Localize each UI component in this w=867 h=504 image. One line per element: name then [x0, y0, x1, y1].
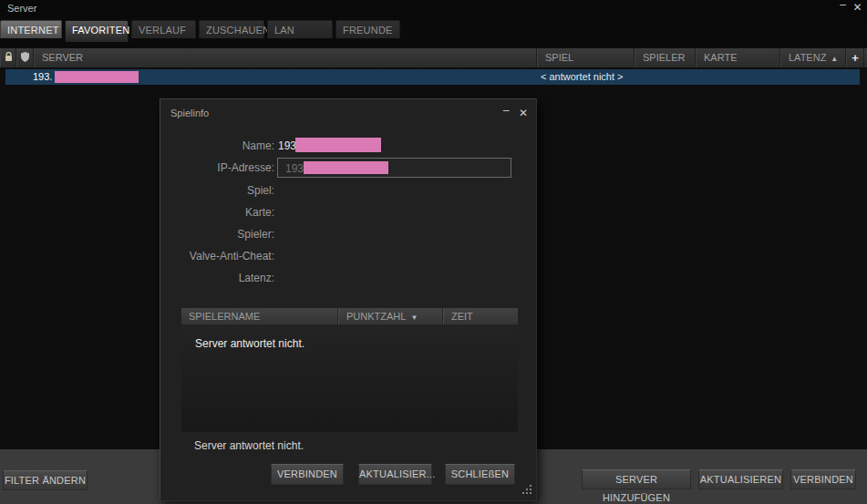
field-label-latenz: Latenz: [160, 272, 274, 284]
field-label-ip: IP-Adresse: [160, 161, 274, 174]
tab-lan[interactable]: LAN [267, 20, 333, 38]
shield-icon [21, 53, 29, 64]
refresh-button[interactable]: AKTUALISIEREN [698, 469, 783, 489]
redacted-server-name [55, 71, 139, 83]
field-label-spiel: Spiel: [160, 184, 274, 197]
dialog-close-button[interactable]: ✕ [517, 107, 530, 119]
players-column-time[interactable]: ZEIT [443, 308, 518, 324]
lock-icon [5, 53, 13, 64]
add-server-button[interactable]: SERVER HINZUFÜGEN [582, 469, 691, 489]
add-column-button[interactable]: + [846, 48, 864, 67]
resize-grip[interactable] [522, 485, 524, 487]
server-name-prefix: 193. [33, 69, 52, 85]
dialog-refresh-button[interactable]: AKTUALISIER... [358, 464, 432, 485]
players-empty-message: Server antwortet nicht. [195, 337, 304, 350]
server-row-status: < antwortet nicht > [541, 69, 624, 85]
field-label-spieler: Spieler: [160, 228, 274, 241]
tab-zuschauen[interactable]: ZUSCHAUEN [199, 20, 264, 38]
field-label-name: Name: [160, 139, 274, 152]
spielinfo-dialog: Spielinfo – ✕ Name: 193. IP-Adresse: 193… [160, 98, 537, 501]
server-list-header: SERVER SPIEL SPIELER KARTE LATENZ▲ + [0, 48, 867, 67]
column-server[interactable]: SERVER [34, 48, 537, 67]
tab-favoriten[interactable]: FAVORITEN [65, 20, 129, 42]
players-column-name[interactable]: SPIELERNAME [181, 308, 338, 324]
field-label-karte: Karte: [160, 206, 274, 219]
window-close-button[interactable]: ✕ [851, 1, 864, 15]
tab-internet[interactable]: INTERNET [0, 20, 62, 38]
field-label-vac: Valve-Anti-Cheat: [160, 250, 274, 262]
connect-button[interactable]: VERBINDEN [790, 469, 856, 489]
tab-verlauf[interactable]: VERLAUF [131, 20, 196, 38]
dialog-connect-button[interactable]: VERBINDEN [271, 464, 344, 485]
column-latenz[interactable]: LATENZ▲ [780, 48, 846, 67]
players-table-header: SPIELERNAME PUNKTZAHL▼ ZEIT [181, 308, 518, 324]
redacted-ip-value [304, 161, 388, 174]
sort-ascending-icon: ▲ [831, 55, 838, 63]
filter-button[interactable]: FILTER ÄNDERN [3, 470, 88, 490]
players-column-score-label: PUNKTZAHL [346, 311, 406, 322]
column-vac[interactable] [16, 48, 34, 67]
window-titlebar: Server – ✕ [0, 0, 867, 17]
ip-address-input[interactable]: 193. [277, 158, 511, 178]
dialog-status-message: Server antwortet nicht. [194, 439, 304, 452]
dialog-close-action-button[interactable]: SCHLIEßEN [445, 464, 515, 485]
dialog-minimize-button[interactable]: – [500, 104, 512, 117]
window-title: Server [7, 3, 36, 14]
players-column-score[interactable]: PUNKTZAHL▼ [338, 308, 443, 324]
column-karte[interactable]: KARTE [696, 48, 780, 67]
column-spiel[interactable]: SPIEL [537, 48, 635, 67]
column-spieler[interactable]: SPIELER [635, 48, 696, 67]
players-table-body: Server antwortet nicht. [181, 324, 518, 432]
sort-descending-icon: ▼ [410, 314, 418, 322]
dialog-title: Spielinfo [170, 108, 209, 118]
window-minimize-button[interactable]: – [836, 0, 850, 12]
column-latenz-label: LATENZ [789, 52, 826, 63]
redacted-name-value [295, 138, 381, 152]
server-row-selected[interactable]: 193. < antwortet nicht > [5, 69, 860, 85]
tab-freunde[interactable]: FREUNDE [335, 20, 400, 38]
column-lock[interactable] [0, 48, 16, 67]
